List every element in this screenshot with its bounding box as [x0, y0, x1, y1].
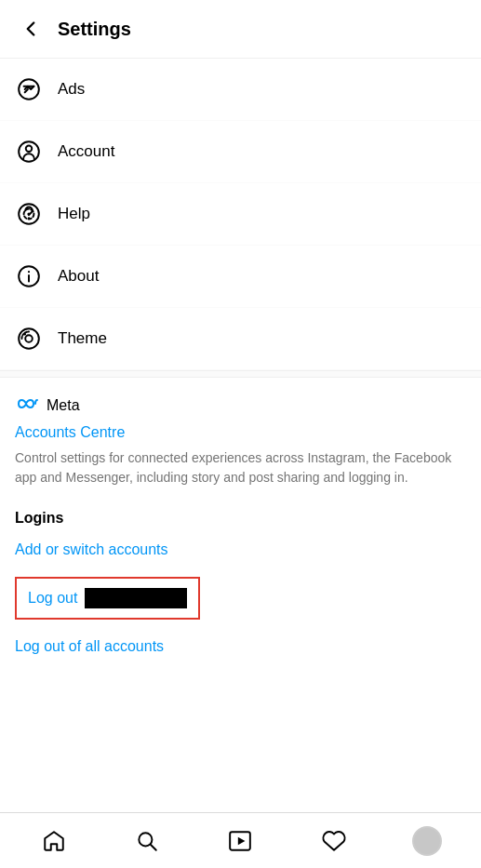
- profile-avatar: [412, 826, 442, 856]
- account-icon: [15, 138, 43, 166]
- svg-point-10: [28, 271, 30, 273]
- settings-item-about[interactable]: About: [0, 246, 481, 308]
- meta-logo-icon: [15, 396, 41, 415]
- section-divider: [0, 370, 481, 378]
- settings-list: Ads Account: [0, 59, 481, 370]
- logout-button[interactable]: Log out: [28, 590, 77, 607]
- about-label: About: [58, 267, 99, 286]
- redacted-username: [85, 588, 187, 608]
- accounts-centre-link[interactable]: Accounts Centre: [15, 424, 466, 441]
- ads-label: Ads: [58, 80, 85, 99]
- theme-icon: [15, 325, 43, 353]
- nav-activity[interactable]: [311, 818, 357, 864]
- nav-reels[interactable]: [217, 818, 263, 864]
- logins-section: Logins Add or switch accounts Log out Lo…: [0, 510, 481, 655]
- help-icon: [15, 200, 43, 228]
- svg-point-3: [26, 146, 33, 153]
- svg-marker-17: [238, 836, 246, 845]
- settings-item-theme[interactable]: Theme: [0, 308, 481, 370]
- ads-icon: [15, 75, 43, 103]
- meta-description: Control settings for connected experienc…: [15, 448, 466, 487]
- svg-line-15: [151, 844, 156, 849]
- svg-point-13: [23, 333, 26, 336]
- nav-profile[interactable]: [404, 818, 450, 864]
- svg-point-7: [28, 217, 30, 219]
- nav-home[interactable]: [31, 818, 77, 864]
- back-button[interactable]: [15, 13, 47, 45]
- about-icon: [15, 262, 43, 290]
- settings-item-account[interactable]: Account: [0, 121, 481, 183]
- help-label: Help: [58, 205, 90, 223]
- meta-logo-text: Meta: [47, 397, 80, 414]
- bottom-nav: [0, 812, 481, 868]
- account-label: Account: [58, 142, 114, 161]
- meta-logo: Meta: [15, 396, 466, 415]
- page-title: Settings: [58, 19, 131, 40]
- add-switch-accounts-link[interactable]: Add or switch accounts: [15, 541, 466, 558]
- svg-point-0: [19, 79, 39, 100]
- svg-point-12: [25, 335, 33, 342]
- theme-label: Theme: [58, 329, 107, 348]
- header: Settings: [0, 0, 481, 59]
- logins-title: Logins: [15, 510, 466, 527]
- nav-search[interactable]: [124, 818, 170, 864]
- settings-item-ads[interactable]: Ads: [0, 59, 481, 121]
- meta-section: Meta Accounts Centre Control settings fo…: [0, 378, 481, 487]
- settings-item-help[interactable]: Help: [0, 183, 481, 246]
- logout-all-link[interactable]: Log out of all accounts: [15, 638, 466, 655]
- logout-row: Log out: [15, 577, 200, 620]
